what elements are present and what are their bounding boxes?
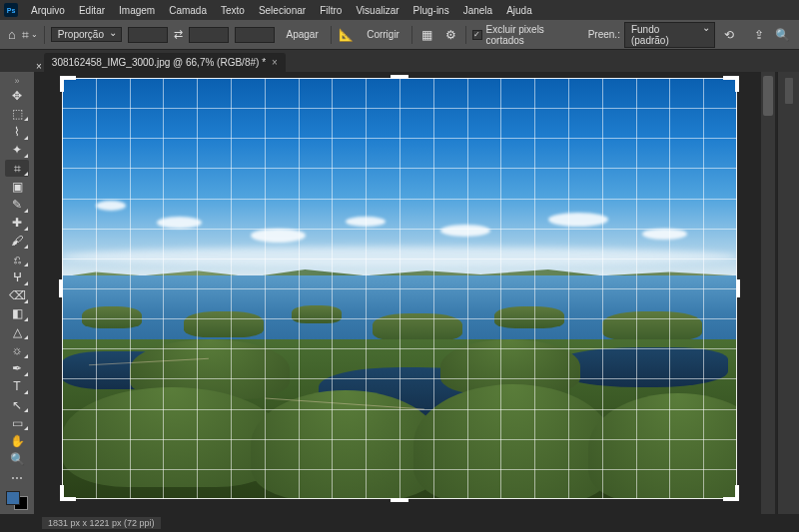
menu-selecionar[interactable]: Selecionar xyxy=(252,3,313,18)
tool-rectangle[interactable]: ▭ xyxy=(5,414,29,431)
status-bar: 1831 px x 1221 px (72 ppi) xyxy=(0,514,799,532)
menu-visualizar[interactable]: Visualizar xyxy=(349,3,405,18)
tool-zoom[interactable]: 🔍 xyxy=(5,451,29,468)
menu-editar[interactable]: Editar xyxy=(72,3,112,18)
app-logo: Ps xyxy=(4,3,18,17)
crop-tool-icon[interactable]: ⌗⌄ xyxy=(22,28,38,42)
delete-cropped-pixels-checkbox[interactable]: ✓ Excluir pixels cortados xyxy=(472,24,582,46)
tool-type[interactable]: T xyxy=(5,378,29,395)
menu-bar: Ps ArquivoEditarImagemCamadaTextoSelecio… xyxy=(0,0,799,20)
menu-janela[interactable]: Janela xyxy=(456,3,499,18)
content-aware-fill-option[interactable]: Preen.: Fundo (padrão) xyxy=(588,22,715,48)
options-bar: ⌂ ⌗⌄ Proporção ⇄ Apagar 📐 Corrigir ▦ ⚙ ✓… xyxy=(0,20,799,50)
reset-crop-icon[interactable]: ⟲ xyxy=(721,26,738,44)
delete-cropped-label: Excluir pixels cortados xyxy=(486,24,582,46)
document-tab-bar: × 308162458_IMG_3000.jpg @ 66,7% (RGB/8#… xyxy=(0,50,799,72)
tool-brush[interactable]: 🖌 xyxy=(5,233,29,250)
menu-plug-ins[interactable]: Plug-ins xyxy=(406,3,456,18)
swap-dimensions-icon[interactable]: ⇄ xyxy=(174,28,183,41)
clear-button[interactable]: Apagar xyxy=(281,27,325,42)
tool-eraser[interactable]: ⌫ xyxy=(5,287,29,304)
tool-lasso[interactable]: ⌇ xyxy=(5,123,29,140)
crop-options-icon[interactable]: ⚙ xyxy=(441,26,458,44)
tool-blur[interactable]: △ xyxy=(5,323,29,340)
menu-ajuda[interactable]: Ajuda xyxy=(499,3,539,18)
document-tab[interactable]: 308162458_IMG_3000.jpg @ 66,7% (RGB/8#) … xyxy=(44,53,286,72)
document-tab-title: 308162458_IMG_3000.jpg @ 66,7% (RGB/8#) … xyxy=(52,57,266,68)
document-canvas[interactable] xyxy=(62,78,737,499)
tool-move[interactable]: ✥ xyxy=(5,87,29,104)
menu-arquivo[interactable]: Arquivo xyxy=(24,3,72,18)
menu-camada[interactable]: Camada xyxy=(162,3,214,18)
tool-eyedropper[interactable]: ✎ xyxy=(5,196,29,213)
tool-dodge[interactable]: ☼ xyxy=(5,341,29,358)
tool-rect-marquee[interactable]: ⬚ xyxy=(5,105,29,122)
home-icon[interactable]: ⌂ xyxy=(8,27,16,42)
tool-history-brush[interactable]: ⵖ xyxy=(5,268,29,285)
share-icon[interactable]: ⇪ xyxy=(750,26,767,44)
close-tab-icon[interactable]: × xyxy=(272,57,278,68)
crop-resolution-input[interactable] xyxy=(235,27,275,43)
tool-pen[interactable]: ✒ xyxy=(5,360,29,377)
canvas-area[interactable] xyxy=(34,72,777,514)
crop-width-input[interactable] xyxy=(128,27,168,43)
overlay-options-icon[interactable]: ▦ xyxy=(418,26,435,44)
fill-prefix-label: Preen.: xyxy=(588,29,620,40)
straighten-button[interactable]: Corrigir xyxy=(361,27,405,42)
image-content xyxy=(62,78,737,499)
vertical-scrollbar[interactable] xyxy=(761,72,775,514)
tool-gradient[interactable]: ◧ xyxy=(5,305,29,322)
tool-hand[interactable]: ✋ xyxy=(5,432,29,449)
tool-edit-toolbar[interactable]: ⋯ xyxy=(5,469,29,486)
tool-healing[interactable]: ✚ xyxy=(5,215,29,232)
tool-clone[interactable]: ⎌ xyxy=(5,251,29,267)
ratio-preset-dropdown[interactable]: Proporção xyxy=(51,27,122,42)
tool-path-select[interactable]: ↖ xyxy=(5,396,29,413)
tools-panel: » ✥⬚⌇✦⌗▣✎✚🖌⎌ⵖ⌫◧△☼✒T↖▭✋🔍⋯ xyxy=(0,72,34,514)
menu-imagem[interactable]: Imagem xyxy=(112,3,162,18)
workspace: » ✥⬚⌇✦⌗▣✎✚🖌⎌ⵖ⌫◧△☼✒T↖▭✋🔍⋯ xyxy=(0,72,799,514)
right-panel-dock[interactable] xyxy=(777,72,799,514)
tool-frame[interactable]: ▣ xyxy=(5,178,29,195)
menu-filtro[interactable]: Filtro xyxy=(313,3,349,18)
search-icon[interactable]: 🔍 xyxy=(774,26,791,44)
straighten-icon[interactable]: 📐 xyxy=(338,26,355,44)
document-dimensions-label: 1831 px x 1221 px (72 ppi) xyxy=(42,517,161,529)
menu-texto[interactable]: Texto xyxy=(214,3,252,18)
crop-height-input[interactable] xyxy=(189,27,229,43)
fill-dropdown[interactable]: Fundo (padrão) xyxy=(624,22,715,48)
tool-crop[interactable]: ⌗ xyxy=(5,160,29,177)
foreground-background-colors[interactable] xyxy=(6,491,28,510)
tool-magic-wand[interactable]: ✦ xyxy=(5,142,29,159)
